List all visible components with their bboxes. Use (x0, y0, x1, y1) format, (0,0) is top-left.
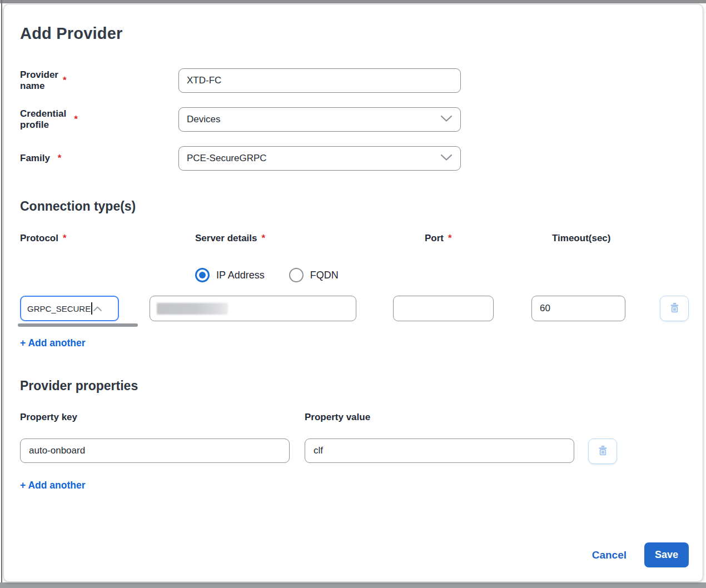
credential-profile-label-text: Credential profile (20, 108, 66, 131)
family-value: PCE-SecureGRPC (187, 153, 267, 164)
server-details-label-text: Server details (195, 233, 257, 244)
window-chrome-top (0, 0, 706, 3)
window-chrome-bottom (0, 582, 706, 588)
cancel-button[interactable]: Cancel (592, 549, 627, 561)
connection-type-row: GRPC_SECURE (4, 296, 703, 321)
add-another-property-link[interactable]: + Add another (20, 480, 85, 491)
required-asterisk: * (58, 153, 62, 164)
family-label: Family * (20, 146, 61, 171)
chevron-up-icon (93, 306, 102, 312)
timeout-column-label: Timeout(sec) (552, 233, 611, 244)
chevron-down-icon (440, 114, 453, 125)
protocol-input[interactable]: GRPC_SECURE (20, 296, 119, 321)
port-input[interactable] (393, 296, 494, 321)
provider-name-label-text: Provider name (20, 69, 58, 92)
add-another-connection-link[interactable]: + Add another (20, 337, 85, 349)
radio-ip-address[interactable]: IP Address (195, 268, 265, 282)
required-asterisk: * (63, 75, 67, 86)
property-value-label: Property value (305, 412, 370, 423)
required-asterisk: * (448, 233, 452, 244)
add-provider-dialog: Add Provider Provider name * Credential … (3, 4, 703, 582)
family-label-text: Family (20, 153, 50, 164)
radio-selected-icon (195, 268, 210, 282)
required-asterisk: * (262, 233, 266, 244)
server-details-column-label: Server details * (195, 233, 265, 244)
delete-property-row-button[interactable] (588, 438, 617, 464)
required-asterisk: * (63, 233, 67, 244)
family-select[interactable]: PCE-SecureGRPC (178, 146, 461, 171)
protocol-dropdown-scrollbar[interactable] (18, 323, 138, 327)
required-asterisk: * (74, 114, 78, 125)
property-value-input[interactable] (305, 438, 574, 463)
timeout-label-text: Timeout(sec) (552, 233, 611, 244)
protocol-value: GRPC_SECURE (27, 304, 91, 313)
dialog-footer: Cancel Save (592, 542, 689, 567)
property-key-label: Property key (20, 412, 77, 423)
connection-types-heading: Connection type(s) (20, 199, 136, 214)
server-details-mode-radio-group: IP Address FQDN (195, 268, 339, 282)
timeout-input[interactable] (531, 296, 625, 321)
ip-address-radio-label: IP Address (216, 270, 265, 281)
property-key-input[interactable] (20, 438, 290, 463)
trash-icon (596, 444, 609, 459)
credential-profile-label: Credential profile * (20, 107, 78, 132)
provider-properties-heading: Provider properties (20, 378, 138, 393)
delete-connection-row-button[interactable] (660, 296, 689, 321)
protocol-column-label: Protocol * (20, 233, 67, 244)
radio-fqdn[interactable]: FQDN (289, 268, 339, 282)
window-chrome-left-edge (1, 0, 2, 584)
dialog-title: Add Provider (20, 24, 123, 43)
port-column-label: Port * (425, 233, 452, 244)
radio-unselected-icon (289, 268, 304, 282)
protocol-label-text: Protocol (20, 233, 58, 244)
server-details-input[interactable] (150, 296, 356, 321)
chevron-down-icon (440, 153, 453, 164)
server-details-redacted-value (157, 303, 228, 315)
provider-name-label: Provider name * (20, 68, 67, 93)
provider-property-row (4, 438, 703, 463)
credential-profile-select[interactable]: Devices (178, 107, 461, 132)
fqdn-radio-label: FQDN (310, 270, 339, 281)
text-caret (91, 302, 92, 315)
trash-icon (668, 301, 681, 316)
save-button[interactable]: Save (644, 542, 689, 567)
provider-name-input[interactable] (178, 68, 461, 93)
port-label-text: Port (425, 233, 444, 244)
credential-profile-value: Devices (187, 114, 220, 125)
